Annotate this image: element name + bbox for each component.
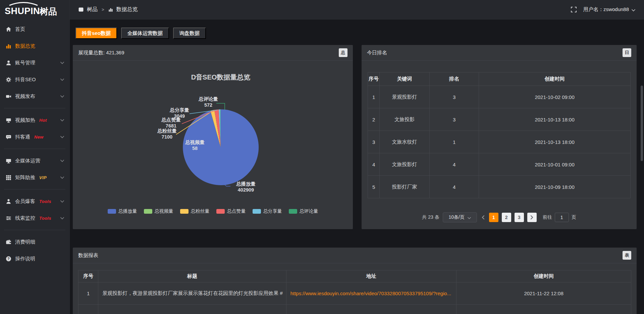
legend-swatch [289,209,297,214]
rank-cell: 4 [368,153,380,176]
sidebar-item-badge: New [34,135,44,140]
pagination-page-3[interactable]: 3 [515,213,524,222]
pagination-next-button[interactable] [527,213,537,222]
username-label: 用户名：zswodun88 [583,6,629,13]
legend-swatch [216,209,225,214]
wallet-icon [5,239,11,245]
sidebar-item-media-operation[interactable]: 全媒体运营 [0,152,69,169]
person-icon [5,198,11,204]
legend-item-总视频量[interactable]: 总视频量 [144,208,173,214]
seo-data-panel: 展现量总数: 421,369 总 D音SEO数据量总览 总播放量402909总视… [73,45,353,229]
legend-item-总播放量[interactable]: 总播放量 [108,208,137,214]
sidebar-item-video-publish[interactable]: 视频发布 [0,88,69,105]
sidebar-item-consume-detail[interactable]: 消费明细 [0,233,69,250]
topbar-right: 用户名：zswodun88 [571,6,635,13]
report-cell-title: 景观投影灯，夜游景观投影灯厂家展示展示落花灯在花园里的灯光投影应用效果 # [98,282,286,305]
legend-swatch [144,209,152,214]
table-row: 4文旅投影灯42021-10-01 09:00 [368,153,631,176]
sidebar-item-member-baoke[interactable]: 会员爆客Tools [0,193,69,210]
tab-douyin-seo-data[interactable]: 抖音seo数据 [75,28,117,39]
tab-media-operation-data[interactable]: 全媒体运营数据 [121,28,169,39]
day-badge-button[interactable]: 日 [623,48,631,57]
chevron-down-icon [60,200,64,203]
legend-item-总粉丝量[interactable]: 总粉丝量 [180,208,210,214]
sidebar-item-home[interactable]: 首页 [0,21,69,38]
pagination-prev-button[interactable] [480,215,486,219]
report-panel-header: 数据报表 表 [73,248,637,263]
report-table: 序号标题地址创建时间 1景观投影灯，夜游景观投影灯厂家展示展示落花灯在花园里的灯… [78,270,631,314]
report-table-wrap: 序号标题地址创建时间 1景观投影灯，夜游景观投影灯厂家展示展示落花灯在花园里的灯… [78,270,631,314]
pie-label-value: 58 [192,146,198,151]
rank-col-header: 关键词 [380,72,430,86]
user-menu[interactable]: 用户名：zswodun88 [583,6,635,13]
fullscreen-icon[interactable] [571,7,577,12]
bar-chart-icon [108,7,113,12]
legend-swatch [253,209,261,214]
rank-cell: 4 [430,153,479,176]
rank-cell: 5 [368,176,380,198]
legend-item-总点赞量[interactable]: 总点赞量 [216,208,246,214]
sidebar-divider [4,149,65,149]
report-cell-link[interactable]: https://www.iesdouyin.com/share/video/70… [286,282,457,305]
chart-title: D音SEO数据量总览 [191,73,251,81]
chevron-down-icon [632,7,635,12]
rank-panel-header: 今日排名 日 [362,45,637,61]
sidebar-item-label: 全媒体运营 [15,158,40,164]
rank-panel-title: 今日排名 [367,50,387,56]
seo-panel-header: 展现量总数: 421,369 总 [73,45,353,61]
tab-inquiry-data[interactable]: 询盘数据 [173,28,206,39]
total-badge-button[interactable]: 总 [339,48,347,57]
legend-item-总评论量[interactable]: 总评论量 [289,208,318,214]
sidebar-item-douyin-seo[interactable]: 抖音SEO [0,71,69,88]
table-row: 5投影灯厂家42021-10-09 18:00 [368,176,631,198]
video-camera-icon [5,93,11,99]
pie-label-value: 572 [204,102,212,108]
sidebar-item-badge: VIP [39,175,47,180]
pagination-page-2[interactable]: 2 [502,213,511,222]
sidebar-item-matrix-boost[interactable]: 矩阵助推VIP [0,169,69,186]
legend-item-总分享量[interactable]: 总分享量 [253,208,282,214]
rank-col-header: 排名 [430,72,479,86]
sidebar-item-clue-monitor[interactable]: 线索监控Tools [0,210,69,226]
chevron-down-icon [60,160,64,162]
pie-label-value: 402909 [238,187,254,193]
chart-legend: 总播放量总视频量总粉丝量总点赞量总分享量总评论量 [73,208,353,214]
sidebar-item-douketong[interactable]: 抖客通New [0,128,69,145]
scrollbar-thumb[interactable] [641,86,643,161]
sidebar-item-label: 数据总览 [15,43,35,49]
sidebar-item-video-heat[interactable]: 视频加热Hot [0,112,69,128]
sidebar-item-data-overview[interactable]: 数据总览 [0,38,69,54]
pie-label-value: 7681 [166,123,176,128]
page-size-select[interactable]: 10条/页 [443,212,477,222]
report-cell-empty [286,305,457,314]
legend-label: 总评论量 [300,208,318,214]
sidebar-item-badge: Tools [39,216,51,221]
pie-label-name: 总评论量 [198,96,218,102]
rank-col-header: 序号 [368,72,380,86]
table-badge-button[interactable]: 表 [623,251,631,260]
sidebar-item-account-manage[interactable]: 账号管理 [0,54,69,71]
rank-cell: 2021-10-13 18:00 [479,131,631,153]
chevron-down-icon [468,215,471,220]
table-row: 1景观投影灯32021-10-02 09:00 [368,86,631,108]
table-row: 1景观投影灯，夜游景观投影灯厂家展示展示落花灯在花园里的灯光投影应用效果 #ht… [78,282,631,305]
logo-text-cn: 树品 [39,6,57,16]
rank-table: 序号关键词排名创建时间 1景观投影灯32021-10-02 09:002文旅投影… [368,72,631,198]
legend-swatch [108,209,116,214]
breadcrumb-separator: > [102,7,104,12]
goto-page-input[interactable] [555,213,569,222]
report-cell-empty [457,305,631,314]
sidebar-item-label: 消费明细 [15,239,35,245]
gear-icon [5,76,11,83]
screen-icon [5,117,11,123]
pagination-pages: 123 [489,213,524,222]
topbar: 树品 > 数据总览 用户名：zswodun88 [70,0,644,19]
table-row: 3文旅水纹灯12021-10-13 18:00 [368,131,631,153]
pagination-page-1[interactable]: 1 [489,213,498,222]
sidebar-item-operation-guide[interactable]: ?操作说明 [0,250,69,267]
report-panel-title: 数据报表 [78,252,98,259]
svg-text:?: ? [7,257,10,261]
breadcrumb-item-home[interactable]: 树品 [87,6,98,13]
table-row: 2文旅投影32021-10-13 18:00 [368,108,631,131]
goto-label: 前往 [543,214,552,220]
